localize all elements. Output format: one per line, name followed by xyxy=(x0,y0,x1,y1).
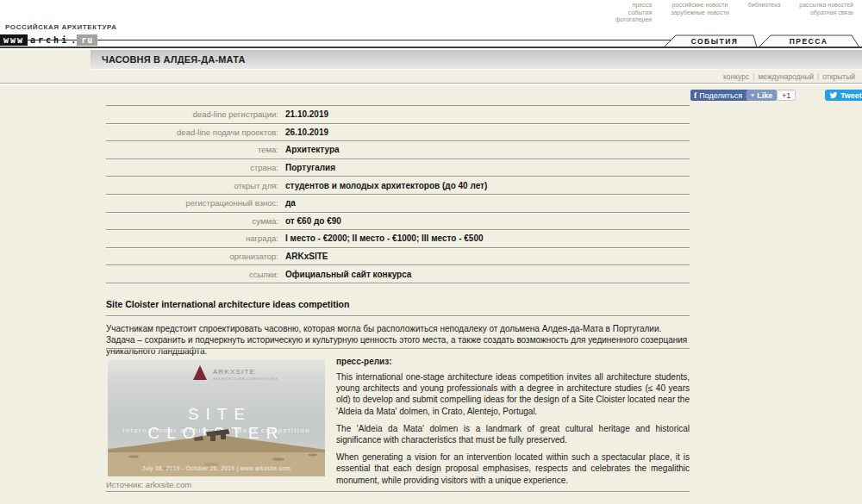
separator: | xyxy=(753,72,754,81)
source-line: Источник: arkxsite.com xyxy=(106,480,191,489)
table-row: dead-line регистрации:21.10.2019 xyxy=(106,106,690,124)
logo-www: www xyxy=(0,34,28,46)
tweet-button[interactable]: Tweet xyxy=(825,90,862,101)
divider xyxy=(106,348,690,349)
twitter-bird-icon xyxy=(829,91,838,99)
row-label: регистрационный взнос: xyxy=(106,198,278,208)
facebook-share-label: Поделиться xyxy=(699,91,742,100)
press-paragraph: This international one-stage architectur… xyxy=(336,371,690,417)
row-label: ссылки: xyxy=(106,270,278,279)
tab-events[interactable]: СОБЫТИЯ xyxy=(673,37,756,46)
nav-photogalleries[interactable]: фотогалереи xyxy=(615,16,653,24)
category-competition[interactable]: конкурс xyxy=(723,72,749,81)
row-value: 26.10.2019 xyxy=(285,128,328,137)
table-row: организатор:ARKxSITE xyxy=(106,248,690,266)
table-row: сумма:от €60 до €90 xyxy=(106,213,690,231)
source-link[interactable]: arkxsite.com xyxy=(146,480,191,489)
heart-icon: ♥ xyxy=(751,92,754,98)
nav-column-news: российские новости зарубежные новости xyxy=(671,2,729,24)
poster-brand: ARKXSITE xyxy=(213,368,255,376)
category-open[interactable]: открытый xyxy=(822,72,855,81)
press-paragraph: The 'Aldeia da Mata' dolmen is a landmar… xyxy=(336,423,690,445)
divider xyxy=(106,491,690,492)
nav-russian-news[interactable]: российские новости xyxy=(671,2,729,9)
table-row: ссылки:Официальный сайт конкурса xyxy=(106,265,690,283)
press-release-label: пресс-релиз: xyxy=(336,357,690,366)
competition-details-table: dead-line регистрации:21.10.2019 dead-li… xyxy=(106,105,690,283)
table-row: награда:I место - €2000; II место - €100… xyxy=(106,230,690,248)
article-heading: Site Cloister international architecture… xyxy=(106,299,349,309)
facebook-share-button[interactable]: f Поделиться 2 xyxy=(690,90,754,101)
article-intro: Участникам предстоит спроектировать часо… xyxy=(106,323,690,357)
top-navigation: пресса события фотогалереи российские но… xyxy=(615,2,853,24)
row-value: от €60 до €90 xyxy=(285,216,341,226)
poster-dates: July 08, 2019 - October 26, 2019 | www.a… xyxy=(108,465,325,471)
divider xyxy=(106,315,690,316)
separator: | xyxy=(817,72,819,81)
nav-feedback[interactable]: обратная связь xyxy=(799,9,853,17)
table-row: страна:Португалия xyxy=(106,159,690,177)
category-international[interactable]: международный xyxy=(758,72,814,81)
header-rule xyxy=(0,40,671,40)
nav-column-library: библиотека xyxy=(748,2,780,24)
poster-brand-subtext: ARCHITECTURE COMPETITIONS xyxy=(213,376,278,381)
row-label: открыт для: xyxy=(106,181,278,190)
row-value: Португалия xyxy=(285,163,335,172)
logo-dot: . xyxy=(70,35,77,45)
table-row: регистрационный взнос:да xyxy=(106,195,690,213)
row-label: dead-line подачи проектов: xyxy=(106,128,278,137)
site-name: РОССИЙСКАЯ АРХИТЕКТУРА xyxy=(5,23,117,31)
facebook-icon: f xyxy=(694,91,696,100)
press-release: пресс-релиз: This international one-stag… xyxy=(336,357,690,492)
row-value: I место - €2000; II место - €1000; III м… xyxy=(285,233,484,243)
table-row: открыт для:студентов и молодых архитекто… xyxy=(106,177,690,195)
table-row: тема:Архитектура xyxy=(106,141,690,159)
row-value: ARKxSITE xyxy=(285,252,328,261)
row-label: тема: xyxy=(106,145,278,154)
competition-poster-image[interactable]: ARKXSITE ARCHITECTURE COMPETITIONS SITE … xyxy=(108,359,325,476)
row-label: страна: xyxy=(106,163,278,172)
table-row: dead-line подачи проектов:26.10.2019 xyxy=(106,124,690,142)
tab-press[interactable]: ПРЕССА xyxy=(765,37,852,46)
nav-events[interactable]: события xyxy=(615,9,653,17)
official-site-link[interactable]: Официальный сайт конкурса xyxy=(285,270,411,279)
arkxsite-logo-icon xyxy=(193,365,207,380)
row-label: dead-line регистрации: xyxy=(106,109,278,119)
nav-newsletter[interactable]: рассылка новостей xyxy=(799,2,853,9)
source-label: Источник: xyxy=(106,480,143,489)
tweet-label: Tweet xyxy=(840,91,862,100)
plus-one-button[interactable]: +1 xyxy=(777,90,796,101)
page-title-bar: ЧАСОВНЯ В АЛДЕЯ-ДА-МАТА xyxy=(91,50,862,70)
nav-column-contact: рассылка новостей обратная связь xyxy=(799,2,853,24)
page-title: ЧАСОВНЯ В АЛДЕЯ-ДА-МАТА xyxy=(91,50,862,70)
category-bar: конкурс|международный|открытый xyxy=(0,71,862,84)
tab-baseline xyxy=(0,47,862,48)
logo-ru: ru xyxy=(77,34,97,46)
like-label: Like xyxy=(757,91,772,100)
nav-press[interactable]: пресса xyxy=(615,2,653,9)
nav-library[interactable]: библиотека xyxy=(748,2,780,9)
plus-one-label: +1 xyxy=(782,91,790,100)
nav-foreign-news[interactable]: зарубежные новости xyxy=(671,9,729,17)
like-button[interactable]: ♥ Like xyxy=(746,90,777,101)
nav-column-sections: пресса события фотогалереи xyxy=(615,2,653,24)
row-value: да xyxy=(285,198,296,208)
row-value: Архитектура xyxy=(285,145,340,154)
row-value: 21.10.2019 xyxy=(285,109,328,119)
press-paragraph: When generating a vision for an interven… xyxy=(336,451,690,486)
logo-archi: archi xyxy=(28,35,70,45)
row-value: студентов и молодых архитекторов (до 40 … xyxy=(285,181,487,190)
row-label: сумма: xyxy=(106,216,278,226)
page: пресса события фотогалереи российские но… xyxy=(0,0,862,504)
archi-ru-logo[interactable]: www archi . ru xyxy=(0,34,97,46)
row-label: организатор: xyxy=(106,252,278,261)
row-label: награда: xyxy=(106,233,278,243)
